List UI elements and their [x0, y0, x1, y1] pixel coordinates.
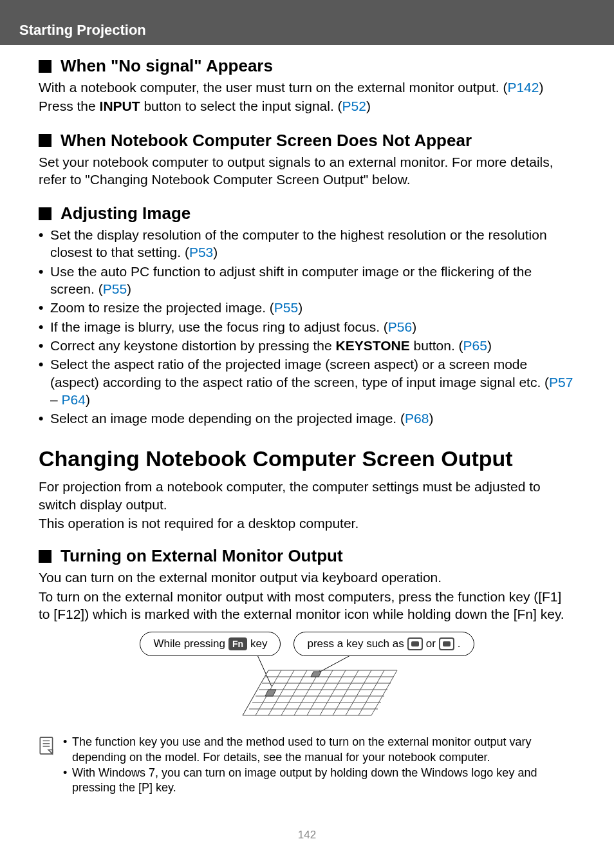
text-fragment: ): [298, 300, 302, 315]
bubble-press-key: press a key such as or .: [293, 632, 474, 656]
link-p68[interactable]: P68: [405, 411, 429, 426]
heading-changing-output: Changing Notebook Computer Screen Output: [39, 446, 575, 471]
note-icon: [39, 736, 55, 755]
bullet-list: • Set the display resolution of the comp…: [39, 226, 575, 427]
text-fragment: button. (: [410, 338, 463, 353]
list-item: • Use the auto PC function to adjust shi…: [39, 263, 575, 298]
body-text: You can turn on the external monitor out…: [39, 569, 575, 586]
list-item: • Correct any keystone distortion by pre…: [39, 337, 575, 354]
text-fragment: Correct any keystone distortion by press…: [50, 338, 336, 353]
note-item: • With Windows 7, you can turn on image …: [63, 766, 575, 796]
text-fragment: With a notebook computer, the user must …: [39, 80, 507, 95]
bullet-content: Select the aspect ratio of the projected…: [50, 355, 575, 408]
bullet-dot-icon: •: [39, 299, 50, 316]
body-text: For projection from a notebook computer,…: [39, 478, 575, 513]
heading-text: Adjusting Image: [60, 203, 191, 223]
heading-adjusting-image: Adjusting Image: [39, 203, 575, 223]
link-p64[interactable]: P64: [62, 392, 86, 407]
page-number: 142: [0, 809, 614, 854]
section-header: Starting Projection: [0, 15, 614, 45]
note-text: With Windows 7, you can turn on image ou…: [72, 766, 575, 796]
section-title: Starting Projection: [19, 22, 146, 38]
text-fragment: Press the: [39, 99, 100, 113]
bullet-dot-icon: •: [39, 263, 50, 298]
list-item: • Select the aspect ratio of the project…: [39, 355, 575, 408]
page-content: When "No signal" Appears With a notebook…: [0, 45, 614, 809]
text-fragment: key: [250, 637, 267, 650]
link-p142[interactable]: P142: [507, 80, 539, 95]
text-fragment: ): [412, 319, 416, 334]
text-fragment: ): [429, 411, 433, 426]
text-fragment: Select an image mode depending on the pr…: [50, 411, 405, 426]
bullet-content: Zoom to resize the projected image. (P55…: [50, 299, 575, 316]
body-text: To turn on the external monitor output w…: [39, 588, 575, 623]
text-fragment: ): [213, 245, 218, 259]
bubble-while-pressing: While pressing Fn key: [140, 632, 281, 656]
note-item: • The function key you use and the metho…: [63, 735, 575, 765]
text-fragment: Zoom to resize the projected image. (: [50, 300, 274, 315]
square-bullet-icon: [39, 550, 51, 563]
monitor-key-icon: [407, 637, 423, 650]
text-fragment: ): [127, 281, 131, 296]
link-p55[interactable]: P55: [103, 281, 127, 296]
link-p56[interactable]: P56: [388, 319, 412, 334]
list-item: • If the image is blurry, use the focus …: [39, 318, 575, 335]
bullet-content: Select an image mode depending on the pr…: [50, 410, 575, 427]
bullet-dot-icon: •: [39, 337, 50, 354]
bullet-dot-icon: •: [39, 318, 50, 335]
text-fragment: or: [426, 637, 436, 650]
svg-marker-19: [265, 690, 276, 696]
body-text: With a notebook computer, the user must …: [39, 79, 575, 96]
bullet-dot-icon: •: [39, 226, 50, 261]
heading-no-signal: When "No signal" Appears: [39, 56, 575, 76]
bullet-content: Correct any keystone distortion by press…: [50, 337, 575, 354]
keyboard-diagram: While pressing Fn key press a key such a…: [39, 632, 575, 728]
text-fragment: Set the display resolution of the comput…: [50, 227, 547, 259]
note-list: • The function key you use and the metho…: [63, 735, 575, 797]
svg-line-0: [256, 651, 272, 686]
bullet-content: If the image is blurry, use the focus ri…: [50, 318, 575, 335]
text-fragment: press a key such as: [307, 637, 404, 650]
monitor-key-icon: [439, 637, 454, 650]
list-item: • Select an image mode depending on the …: [39, 410, 575, 427]
body-text: This operation is not required for a des…: [39, 514, 575, 532]
link-p65[interactable]: P65: [463, 338, 487, 353]
heading-text: When Notebook Computer Screen Does Not A…: [60, 131, 472, 151]
text-fragment: .: [458, 637, 461, 650]
text-fragment: –: [50, 392, 62, 407]
link-p53[interactable]: P53: [189, 245, 213, 259]
bullet-dot-icon: •: [39, 355, 50, 408]
list-item: • Zoom to resize the projected image. (P…: [39, 299, 575, 316]
bullet-dot-icon: •: [63, 735, 72, 765]
note-text: The function key you use and the method …: [72, 735, 575, 765]
text-fragment: While pressing: [153, 637, 225, 650]
bullet-content: Set the display resolution of the comput…: [50, 226, 575, 261]
bullet-dot-icon: •: [63, 766, 72, 796]
body-text: Press the INPUT button to select the inp…: [39, 97, 575, 115]
keyboard-icon: [204, 651, 410, 728]
bullet-content: Use the auto PC function to adjust shift…: [50, 263, 575, 298]
diagram-bubbles: While pressing Fn key press a key such a…: [140, 632, 474, 656]
body-text: Set your notebook computer to output sig…: [39, 153, 575, 189]
text-fragment: ): [539, 80, 543, 95]
bullet-dot-icon: •: [39, 410, 50, 427]
square-bullet-icon: [39, 60, 51, 73]
square-bullet-icon: [39, 134, 51, 147]
top-band: [0, 0, 614, 15]
text-fragment: ): [366, 99, 371, 113]
bold-keystone: KEYSTONE: [336, 338, 410, 353]
heading-text: Turning on External Monitor Output: [60, 546, 343, 566]
square-bullet-icon: [39, 207, 51, 220]
heading-notebook-not-appear: When Notebook Computer Screen Does Not A…: [39, 131, 575, 151]
link-p55-2[interactable]: P55: [274, 300, 298, 315]
text-fragment: Select the aspect ratio of the projected…: [50, 357, 549, 389]
text-fragment: ): [86, 392, 90, 407]
fn-key-icon: Fn: [228, 637, 247, 650]
heading-text: When "No signal" Appears: [60, 56, 273, 76]
link-p57[interactable]: P57: [549, 375, 573, 390]
list-item: • Set the display resolution of the comp…: [39, 226, 575, 261]
bold-input: INPUT: [100, 99, 140, 113]
text-fragment: If the image is blurry, use the focus ri…: [50, 319, 388, 334]
link-p52[interactable]: P52: [342, 99, 366, 113]
svg-marker-20: [311, 672, 321, 677]
